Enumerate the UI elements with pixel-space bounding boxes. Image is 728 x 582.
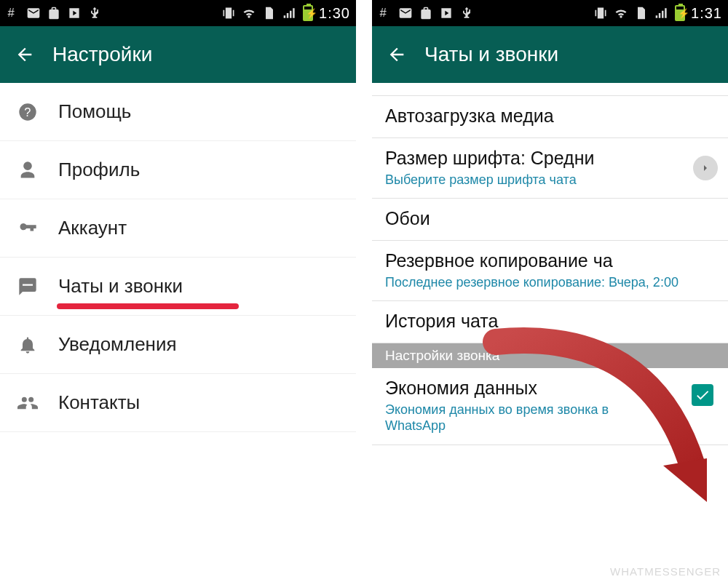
mail-icon: [398, 6, 413, 20]
status-bar: # ⚡ 1:30: [0, 0, 356, 26]
svg-marker-4: [663, 458, 707, 502]
wifi-icon: [242, 6, 256, 20]
usb-icon: [459, 6, 474, 20]
chevron-right-icon: [693, 156, 718, 180]
status-bar: # ⚡ 1:31: [372, 0, 728, 26]
item-label: Контакты: [58, 391, 140, 414]
item-label: Уведомления: [58, 333, 177, 356]
hash-icon: #: [6, 6, 20, 20]
setting-title: Автозагрузка медиа: [385, 105, 715, 127]
item-label: Профиль: [58, 159, 140, 181]
sim-icon: [634, 6, 649, 20]
appbar-title: Настройки: [52, 43, 152, 66]
setting-title: История чата: [385, 310, 715, 332]
signal-icon: [282, 6, 297, 20]
settings-item-profile[interactable]: Профиль: [0, 141, 356, 199]
usb-icon: [87, 6, 102, 20]
svg-text:#: #: [380, 6, 387, 20]
person-icon: [15, 160, 41, 180]
setting-title: Размер шрифта: Средни: [385, 147, 715, 170]
item-label: Чаты и звонки: [58, 275, 183, 298]
phone-left: # ⚡ 1:30 Настройки ?: [0, 0, 356, 582]
setting-title: Экономия данных: [385, 377, 715, 399]
signal-icon: [654, 6, 669, 20]
setting-wallpaper[interactable]: Обои: [372, 199, 728, 241]
chat-icon: [15, 276, 41, 297]
bell-icon: [15, 335, 41, 355]
item-label: Аккаунт: [58, 217, 127, 239]
back-button[interactable]: [15, 44, 35, 65]
settings-item-account[interactable]: Аккаунт: [0, 199, 356, 258]
svg-text:?: ?: [24, 105, 31, 118]
setting-subtitle: Последнее резервное копирование: Вчера, …: [385, 274, 715, 291]
sim-icon: [262, 6, 277, 20]
app-bar: Чаты и звонки: [372, 26, 728, 83]
setting-backup[interactable]: Резервное копирование ча Последнее резер…: [372, 241, 728, 301]
back-button[interactable]: [387, 44, 407, 65]
hash-icon: #: [378, 6, 392, 20]
key-icon: [15, 218, 41, 239]
store-icon: [47, 6, 61, 20]
app-bar: Настройки: [0, 26, 356, 83]
truncated-text: [372, 83, 728, 96]
svg-text:#: #: [8, 6, 15, 20]
item-label: Помощь: [58, 100, 131, 123]
settings-item-contacts[interactable]: Контакты: [0, 374, 356, 432]
people-icon: [15, 393, 41, 413]
help-icon: ?: [15, 102, 41, 122]
setting-subtitle: Экономия данных во время звонка в WhatsA…: [385, 402, 662, 434]
phone-right: # ⚡ 1:31 Чаты и звонки: [372, 0, 728, 582]
battery-icon: ⚡: [675, 5, 685, 21]
setting-subtitle: Выберите размер шрифта чата: [385, 172, 715, 188]
setting-title: Резервное копирование ча: [385, 250, 715, 272]
settings-list: ? Помощь Профиль Аккаунт Чаты и звонки У…: [0, 83, 356, 432]
setting-font-size[interactable]: Размер шрифта: Средни Выберите размер шр…: [372, 138, 728, 199]
status-time: 1:31: [691, 5, 722, 22]
chat-settings-list: Автозагрузка медиа Размер шрифта: Средни…: [372, 83, 728, 445]
play-icon: [439, 6, 454, 20]
setting-title: Обои: [385, 207, 715, 230]
settings-item-help[interactable]: ? Помощь: [0, 83, 356, 141]
wifi-icon: [614, 6, 628, 20]
section-header-call-settings: Настройки звонка: [372, 343, 728, 368]
vibrate-icon: [593, 6, 608, 20]
settings-item-notifications[interactable]: Уведомления: [0, 316, 356, 374]
setting-chat-history[interactable]: История чата: [372, 301, 728, 343]
appbar-title: Чаты и звонки: [424, 43, 558, 66]
play-icon: [67, 6, 82, 20]
setting-autodownload[interactable]: Автозагрузка медиа: [372, 96, 728, 138]
annotation-underline: [57, 303, 239, 309]
setting-data-saver[interactable]: Экономия данных Экономия данных во время…: [372, 368, 728, 445]
watermark: WHATMESSENGER: [610, 565, 721, 578]
status-time: 1:30: [319, 5, 350, 22]
vibrate-icon: [221, 6, 236, 20]
settings-item-chats-calls[interactable]: Чаты и звонки: [0, 258, 356, 316]
battery-icon: ⚡: [303, 5, 313, 21]
mail-icon: [26, 6, 41, 20]
checkbox-checked-icon[interactable]: [692, 384, 713, 406]
store-icon: [419, 6, 433, 20]
